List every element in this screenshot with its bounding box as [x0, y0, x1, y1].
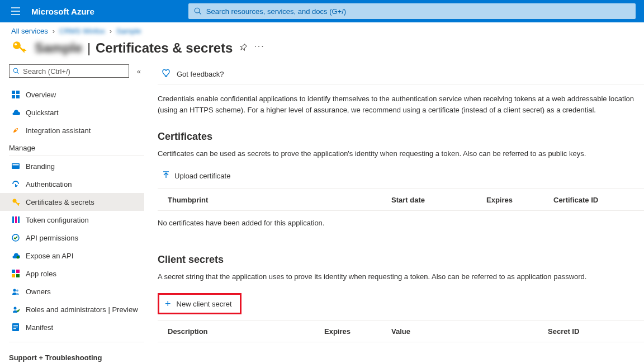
sidebar-item-label: Branding [26, 162, 55, 171]
col-secret-id: Secret ID [548, 327, 644, 336]
breadcrumb-all-services[interactable]: All services [11, 27, 48, 35]
new-client-secret-button[interactable]: + New client secret [158, 293, 242, 314]
sidebar-item-authentication[interactable]: Authentication [0, 175, 144, 193]
feedback-button[interactable]: Got feedback? [158, 64, 644, 84]
client-secrets-heading: Client secrets [158, 254, 644, 266]
svg-point-22 [16, 290, 18, 292]
sidebar-item-api-permissions[interactable]: API permissions [0, 229, 144, 247]
upload-certificate-button[interactable]: Upload certificate [162, 171, 230, 181]
more-icon[interactable]: ··· [254, 41, 264, 55]
sidebar-item-label: Roles and administrators | Preview [26, 305, 138, 314]
sidebar-item-label: Quickstart [26, 109, 59, 117]
sidebar-item-certificates-secrets[interactable]: Certificates & secrets [0, 193, 144, 211]
overview-icon [11, 90, 20, 99]
upload-certificate-label: Upload certificate [174, 172, 230, 180]
cloud-icon [11, 108, 20, 117]
svg-point-2 [15, 43, 17, 45]
svg-point-3 [13, 68, 18, 73]
branding-icon [11, 162, 20, 171]
certificates-description: Certificates can be used as secrets to p… [158, 149, 644, 158]
sidebar-search-input[interactable] [23, 67, 125, 76]
svg-rect-12 [12, 216, 14, 223]
svg-point-23 [14, 307, 17, 309]
svg-rect-17 [12, 270, 15, 273]
sidebar-item-app-roles[interactable]: App roles [0, 265, 144, 282]
top-bar: Microsoft Azure [0, 0, 644, 22]
svg-rect-20 [16, 274, 20, 277]
col-expires: Expires [486, 196, 553, 204]
sidebar-search[interactable] [9, 64, 129, 78]
expose-api-icon [11, 251, 20, 260]
feedback-label: Got feedback? [177, 70, 224, 78]
svg-rect-6 [12, 95, 15, 98]
sidebar-item-label: Integration assistant [26, 126, 91, 135]
sidebar-item-label: Token configuration [26, 216, 89, 224]
roles-icon [11, 305, 20, 314]
svg-point-16 [16, 256, 19, 258]
sidebar-item-roles-admins[interactable]: Roles and administrators | Preview [0, 300, 144, 318]
svg-rect-4 [12, 91, 15, 94]
svg-rect-7 [16, 95, 20, 98]
svg-rect-18 [16, 270, 20, 273]
pin-icon[interactable] [239, 44, 247, 53]
certificates-heading: Certificates [158, 131, 644, 143]
sidebar-item-branding[interactable]: Branding [0, 157, 144, 175]
heart-icon [162, 69, 171, 79]
client-secrets-description: A secret string that the application use… [158, 272, 644, 281]
svg-rect-26 [13, 327, 18, 327]
sidebar-item-manifest[interactable]: Manifest [0, 318, 144, 336]
new-client-secret-label: New client secret [177, 300, 232, 308]
col-expires: Expires [324, 327, 391, 336]
hamburger-menu-icon[interactable] [4, 0, 27, 22]
key-icon [11, 40, 28, 56]
breadcrumb: All services › CRMS Winfox › Sample [0, 22, 644, 37]
sidebar-item-label: Expose an API [26, 252, 73, 260]
breadcrumb-item-2[interactable]: CRMS Winfox [59, 27, 105, 35]
chevron-right-icon: › [53, 27, 55, 35]
sidebar-item-label: App roles [26, 270, 56, 278]
certificates-empty-message: No certificates have been added for this… [158, 219, 644, 227]
divider [9, 155, 144, 156]
svg-rect-13 [15, 216, 17, 223]
key-icon [11, 197, 20, 206]
app-roles-icon [11, 269, 20, 278]
search-icon [13, 68, 20, 74]
sidebar-item-token-config[interactable]: Token configuration [0, 211, 144, 229]
global-search-input[interactable] [206, 7, 630, 16]
col-thumbprint: Thumbprint [168, 196, 391, 204]
chevron-right-icon: › [110, 27, 112, 35]
svg-rect-5 [16, 91, 20, 94]
sidebar-item-label: Manifest [26, 323, 53, 332]
auth-icon [11, 180, 20, 188]
sidebar-section-manage: Manage [9, 139, 144, 154]
sidebar-item-integration[interactable]: Integration assistant [0, 121, 144, 139]
page-title: Sample | Certificates & secrets [35, 40, 233, 56]
breadcrumb-item-3[interactable]: Sample [116, 27, 141, 35]
col-start-date: Start date [391, 196, 486, 204]
col-value: Value [391, 327, 548, 336]
sidebar-item-label: Owners [26, 287, 51, 296]
sidebar-item-label: API permissions [26, 234, 78, 242]
sidebar-item-label: Overview [26, 91, 56, 99]
sidebar-section-support: Support + Troubleshooting [9, 353, 102, 362]
svg-rect-10 [13, 164, 19, 166]
sidebar-item-expose-api[interactable]: Expose an API [0, 247, 144, 265]
token-icon [11, 215, 20, 224]
sidebar-item-quickstart[interactable]: Quickstart [0, 103, 144, 121]
sidebar-item-label: Certificates & secrets [26, 198, 94, 206]
svg-rect-25 [13, 325, 18, 326]
collapse-icon[interactable]: « [134, 67, 144, 76]
main-content: Got feedback? Credentials enable confide… [144, 64, 644, 343]
sidebar-item-label: Authentication [26, 180, 72, 188]
sidebar: « Overview Quickstart Integration assist… [0, 64, 144, 343]
sidebar-item-owners[interactable]: Owners [0, 282, 144, 300]
sidebar-item-overview[interactable]: Overview [0, 86, 144, 103]
col-cert-id: Certificate ID [553, 196, 644, 204]
manifest-icon [11, 323, 20, 332]
plus-icon: + [165, 298, 171, 310]
certificates-table-header: Thumbprint Start date Expires Certificat… [158, 188, 644, 211]
global-search[interactable] [188, 3, 636, 19]
brand-label: Microsoft Azure [31, 7, 94, 16]
divider [9, 342, 144, 342]
credentials-description: Credentials enable confidential applicat… [158, 93, 644, 115]
